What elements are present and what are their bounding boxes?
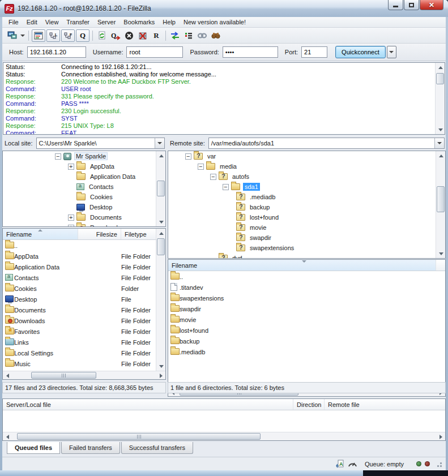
toggle-queue-button[interactable]: Q (76, 29, 89, 42)
host-input[interactable] (27, 46, 86, 58)
file-row[interactable]: Contacts File Folder (3, 272, 165, 283)
local-site-combobox[interactable]: C:\Users\Mr Sparkle\ (36, 138, 165, 149)
file-row[interactable]: Links File Folder (3, 337, 165, 348)
tree-item[interactable]: AppData (3, 161, 165, 171)
column-header-filetype[interactable]: Filetype (121, 229, 156, 239)
minimize-button[interactable] (388, 0, 403, 10)
file-row[interactable]: movie (168, 314, 445, 325)
column-header-server-local-file[interactable]: Server/Local file (3, 399, 293, 410)
menu-item[interactable]: Server (93, 18, 120, 27)
close-button[interactable]: ✕ (420, 0, 443, 10)
remote-site-path[interactable]: /var/media/autofs/sda1 (209, 138, 434, 148)
tree-item[interactable]: sda1 (168, 182, 445, 192)
scroll-left-icon[interactable] (3, 371, 12, 380)
tree-item[interactable]: backup (168, 202, 445, 212)
menu-item[interactable]: New version available! (180, 18, 250, 27)
file-row[interactable]: swapextensions (168, 293, 445, 303)
menu-item[interactable]: Help (159, 18, 180, 27)
tree-item[interactable]: .mediadb (168, 192, 445, 202)
menu-item[interactable]: Bookmarks (120, 18, 159, 27)
file-row[interactable]: .titandev (168, 282, 445, 293)
tree-expander[interactable] (223, 184, 229, 190)
scroll-down-icon[interactable] (436, 249, 446, 258)
tree-expander[interactable] (68, 225, 74, 228)
filter-listing-button[interactable] (182, 29, 195, 42)
tree-expander[interactable] (55, 153, 61, 160)
directory-comparison-button[interactable] (168, 29, 182, 42)
tree-item[interactable]: Downloads (3, 222, 165, 227)
file-row[interactable]: backup (168, 336, 445, 346)
local-list-hscrollbar[interactable] (3, 371, 165, 379)
tree-item[interactable]: var (168, 151, 445, 161)
quickconnect-dropdown[interactable] (387, 46, 396, 58)
tree-expander[interactable] (68, 164, 74, 170)
local-site-path[interactable]: C:\Users\Mr Sparkle\ (37, 138, 155, 148)
tree-item[interactable]: dvd (168, 253, 445, 259)
toggle-local-tree-button[interactable]: L (46, 29, 60, 42)
log-scrollbar[interactable] (435, 63, 445, 134)
queue-body[interactable] (3, 410, 445, 433)
file-row[interactable]: Application Data File Folder (3, 261, 165, 272)
process-queue-button[interactable]: Q (109, 29, 122, 42)
port-input[interactable] (301, 46, 327, 58)
menu-item[interactable]: File (5, 18, 23, 27)
tree-item[interactable]: autofs (168, 171, 445, 182)
tree-item[interactable]: Desktop (3, 202, 165, 212)
file-row[interactable]: Music File Folder (3, 358, 165, 369)
scroll-right-icon[interactable] (436, 432, 445, 441)
remote-site-combobox[interactable]: /var/media/autofs/sda1 (208, 138, 445, 149)
tree-expander[interactable] (68, 215, 74, 221)
password-input[interactable] (223, 46, 278, 58)
log-scrollbar-thumb[interactable] (436, 73, 444, 84)
column-header-direction[interactable]: Direction (293, 399, 325, 410)
tree-item[interactable]: Cookies (3, 192, 165, 202)
scroll-down-icon[interactable] (156, 217, 166, 226)
resize-grip[interactable] (436, 461, 442, 468)
titlebar[interactable]: Fz 192.168.1.20 - root@192.168.1.20 - Fi… (0, 0, 448, 17)
local-list-hscrollbar-thumb[interactable] (31, 372, 96, 379)
scroll-down-icon[interactable] (156, 362, 166, 371)
remote-tree-scrollbar-thumb[interactable] (437, 186, 445, 212)
queue-tab[interactable]: Failed transfers (61, 442, 120, 454)
file-row[interactable]: AppData File Folder (3, 251, 165, 261)
remote-tree-scrollbar[interactable] (436, 151, 445, 258)
file-row[interactable]: .mediadb (168, 346, 445, 357)
quickconnect-button[interactable]: Quickconnect (335, 46, 386, 58)
column-header-remote-file[interactable]: Remote file (325, 399, 445, 410)
tree-item[interactable]: Mr Sparkle (3, 151, 165, 161)
tree-item[interactable]: lost+found (168, 212, 445, 222)
toggle-remote-tree-button[interactable]: F (61, 29, 75, 42)
menu-item[interactable]: Transfer (62, 18, 93, 27)
file-row[interactable]: lost+found (168, 325, 445, 336)
file-row[interactable]: swapdir (168, 303, 445, 314)
local-list-scrollbar[interactable] (156, 229, 165, 371)
maximize-button[interactable] (404, 0, 419, 10)
find-files-button[interactable] (209, 29, 223, 42)
synchronized-browsing-button[interactable] (195, 29, 209, 42)
tree-item[interactable]: Contacts (3, 182, 165, 192)
tree-expander[interactable] (185, 153, 191, 160)
scroll-down-icon[interactable] (436, 125, 445, 134)
cancel-button[interactable] (122, 29, 136, 42)
scroll-right-icon[interactable] (156, 371, 165, 380)
file-row[interactable]: Favorites File Folder (3, 326, 165, 337)
local-tree-scrollbar[interactable] (156, 151, 165, 226)
queue-hscrollbar-thumb[interactable] (17, 433, 261, 440)
file-row[interactable]: Downloads File Folder (3, 315, 165, 326)
refresh-button[interactable] (95, 29, 109, 42)
file-row[interactable]: Cookies Folder (3, 283, 165, 294)
scroll-up-icon[interactable] (436, 151, 446, 160)
queue-hscrollbar[interactable] (3, 432, 445, 440)
column-header-filesize[interactable]: Filesize (78, 229, 121, 239)
local-list-scrollbar-thumb[interactable] (157, 238, 165, 255)
file-row[interactable]: Documents File Folder (3, 305, 165, 315)
menu-item[interactable]: Edit (23, 18, 41, 27)
local-tree-scrollbar-thumb[interactable] (157, 181, 165, 196)
local-site-dropdown[interactable] (155, 138, 164, 148)
tree-expander[interactable] (198, 164, 204, 170)
tree-item[interactable]: Application Data (3, 171, 165, 182)
remote-site-dropdown[interactable] (434, 138, 444, 148)
scroll-up-icon[interactable] (436, 63, 445, 72)
tree-expander[interactable] (210, 174, 216, 180)
reconnect-button[interactable]: R (150, 29, 163, 42)
